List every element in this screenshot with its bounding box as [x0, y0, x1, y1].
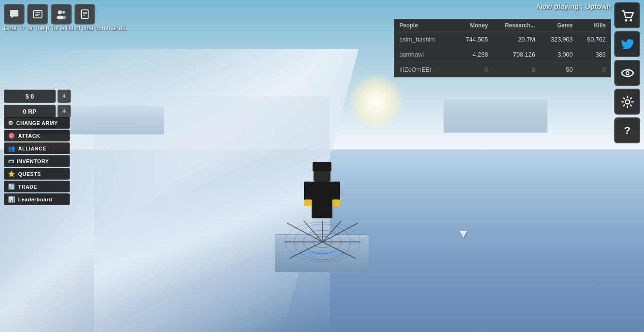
twitter-button[interactable] — [614, 31, 640, 57]
cart-button[interactable] — [614, 2, 640, 28]
svg-point-20 — [62, 11, 65, 14]
currency-area: $ 0 + 0 RP + — [4, 90, 71, 118]
table-row: bamhawi 4,238 708,126 3,000 383 — [395, 47, 611, 62]
chat-hint: Chat '/?' or '/help' for a list of chat … — [4, 25, 127, 32]
character-glove-left — [304, 199, 312, 206]
leaderboard-panel: People Money Research... Gems Kills asim… — [394, 19, 611, 77]
character — [303, 165, 341, 226]
leaderboard-icon: 📊 — [8, 196, 16, 203]
svg-rect-27 — [81, 10, 82, 18]
message-button[interactable] — [27, 4, 48, 25]
svg-line-0 — [287, 223, 322, 242]
right-action-buttons: ? — [614, 2, 640, 143]
sun — [348, 73, 405, 130]
lb-col-gems: Gems — [535, 22, 573, 29]
player-money: 744,505 — [441, 36, 488, 43]
lb-col-money: Money — [441, 22, 488, 29]
inventory-label: INVENTORY — [17, 158, 49, 164]
character-torso — [312, 182, 332, 204]
table-row: IIIZoOmEEr 0 0 50 0 — [395, 62, 611, 77]
trade-icon: 🔄 — [8, 183, 16, 190]
svg-point-22 — [61, 16, 66, 19]
player-kills: 90,762 — [573, 36, 606, 43]
rp-display: 0 RP — [4, 105, 56, 118]
help-button[interactable]: ? — [614, 117, 640, 143]
player-gems: 50 — [535, 66, 573, 73]
svg-point-19 — [58, 10, 62, 14]
player-money: 4,238 — [441, 51, 488, 58]
character-legs — [312, 204, 332, 218]
table-row: asim_hashim 744,505 20.7M 323,903 90,762 — [395, 32, 611, 47]
add-rp-button[interactable]: + — [58, 105, 71, 118]
player-research: 0 — [488, 66, 535, 73]
inventory-button[interactable]: 🗃 INVENTORY — [4, 155, 70, 167]
svg-point-28 — [625, 19, 627, 21]
alliance-button[interactable]: 👥 ALLIANCE — [4, 142, 70, 154]
svg-rect-13 — [10, 10, 18, 17]
money-row: $ 0 + — [4, 90, 71, 103]
svg-point-29 — [629, 19, 632, 21]
leaderboard-button[interactable]: 📊 Leaderboard — [4, 193, 70, 205]
quests-icon: ⭐ — [8, 171, 16, 177]
player-name: IIIZoOmEEr — [399, 66, 441, 73]
svg-line-4 — [322, 223, 358, 242]
character-arm-right — [332, 182, 340, 200]
player-kills: 0 — [573, 66, 606, 73]
trade-button[interactable]: 🔄 TRADE — [4, 181, 70, 192]
player-name: bamhawi — [399, 51, 441, 58]
add-money-button[interactable]: + — [58, 90, 71, 103]
rp-row: 0 RP + — [4, 105, 71, 118]
svg-rect-23 — [82, 10, 88, 18]
money-display: $ 0 — [4, 90, 56, 103]
change-army-label: CHANGE ARMY — [17, 120, 58, 126]
top-toolbar — [4, 4, 95, 25]
players-button[interactable] — [51, 4, 72, 25]
player-money: 0 — [441, 66, 488, 73]
player-name: asim_hashim — [399, 36, 441, 43]
lb-col-kills: Kills — [573, 22, 606, 29]
player-kills: 383 — [573, 51, 606, 58]
trade-label: TRADE — [18, 184, 37, 190]
attack-icon: 🎯 — [8, 133, 16, 139]
svg-marker-14 — [11, 17, 14, 18]
quests-button[interactable]: ⭐ QUESTS — [4, 168, 70, 180]
player-research: 708,126 — [488, 51, 535, 58]
burst-effect — [280, 221, 365, 263]
character-arm-left — [304, 182, 312, 200]
mouse-cursor — [460, 231, 467, 238]
alliance-icon: 👥 — [8, 145, 16, 152]
quests-label: QUESTS — [18, 171, 41, 177]
journal-button[interactable] — [74, 4, 95, 25]
player-research: 20.7M — [488, 36, 535, 43]
chat-button[interactable] — [4, 4, 25, 25]
change-army-icon: ⚙ — [8, 120, 14, 126]
character-head — [314, 165, 330, 182]
lb-col-people: People — [399, 22, 441, 29]
leaderboard-header: People Money Research... Gems Kills — [395, 19, 611, 32]
player-gems: 323,903 — [535, 36, 573, 43]
player-gems: 3,000 — [535, 51, 573, 58]
character-glove-right — [332, 199, 340, 206]
attack-label: ATTACK — [18, 133, 41, 139]
svg-point-32 — [627, 72, 628, 74]
attack-button[interactable]: 🎯 ATTACK — [4, 130, 70, 141]
landmass-right — [444, 100, 547, 133]
eye-button[interactable] — [614, 60, 640, 86]
now-playing: Now playing : Uptown — [537, 2, 611, 10]
change-army-button[interactable]: ⚙ CHANGE ARMY — [4, 117, 70, 129]
platform: CONTRIBUTION — [275, 234, 369, 272]
leaderboard-label: Leaderboard — [18, 197, 52, 202]
lb-col-research: Research... — [488, 22, 535, 29]
inventory-icon: 🗃 — [8, 158, 14, 165]
character-hair — [313, 162, 331, 171]
side-menu: ⚙ CHANGE ARMY 🎯 ATTACK 👥 ALLIANCE 🗃 INVE… — [4, 117, 70, 205]
alliance-label: ALLIANCE — [18, 146, 47, 151]
settings-button[interactable] — [614, 89, 640, 115]
svg-point-33 — [625, 100, 629, 104]
